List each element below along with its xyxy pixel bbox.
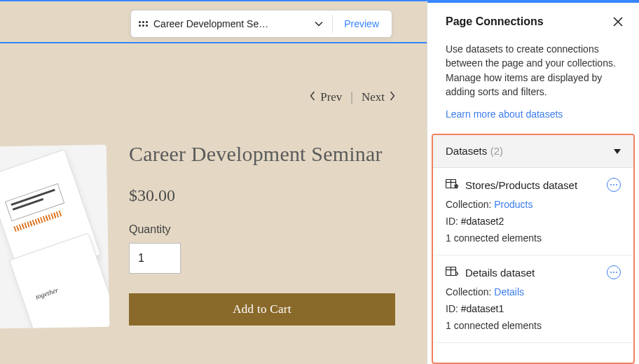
- quantity-input[interactable]: [129, 243, 181, 274]
- dataset-id: #dataset1: [461, 303, 504, 314]
- id-label: ID:: [446, 303, 458, 314]
- drag-handle-icon[interactable]: [138, 21, 148, 27]
- toolbar-page-title[interactable]: Career Development Se…: [153, 18, 314, 29]
- dataset-name: Details dataset: [465, 267, 600, 279]
- prev-button[interactable]: Prev: [309, 90, 342, 104]
- top-accent-border: [0, 42, 427, 43]
- collection-link[interactable]: Details: [494, 286, 524, 298]
- product-card: together Career Development Seminar $30.…: [0, 141, 427, 364]
- dataset-name: Stores/Products dataset: [465, 179, 600, 191]
- add-to-cart-button[interactable]: Add to Cart: [129, 293, 395, 326]
- panel-title: Page Connections: [446, 15, 544, 28]
- close-icon[interactable]: [612, 16, 624, 27]
- dataset-menu-icon[interactable]: [607, 178, 621, 192]
- quantity-label: Quantity: [129, 223, 427, 236]
- product-nav-row: Prev | Next: [309, 90, 396, 104]
- connected-elements: 1 connected elements: [446, 320, 621, 331]
- dataset-item-0[interactable]: Stores/Products dataset Collection: Prod…: [433, 168, 633, 255]
- page-toolbar: Career Development Se… Preview: [130, 10, 392, 38]
- product-title: Career Development Seminar: [129, 141, 427, 167]
- connected-elements: 1 connected elements: [446, 232, 621, 244]
- dataset-id: #dataset2: [461, 216, 504, 227]
- learn-more-link[interactable]: Learn more about datasets: [427, 99, 639, 134]
- chevron-right-icon: [389, 90, 396, 104]
- next-label: Next: [362, 90, 385, 104]
- chevron-left-icon: [309, 90, 316, 104]
- chevron-down-icon[interactable]: [314, 19, 324, 29]
- id-label: ID:: [446, 216, 458, 227]
- section-caret-icon: [614, 149, 621, 154]
- panel-description: Use datasets to create connections betwe…: [427, 38, 639, 99]
- datasets-section-header[interactable]: Datasets (2): [433, 135, 633, 168]
- dataset-icon: [446, 179, 458, 190]
- nav-separator: |: [350, 90, 353, 104]
- dataset-item-1[interactable]: Details dataset Collection: Details ID: …: [433, 255, 633, 343]
- collection-label: Collection:: [446, 199, 491, 210]
- product-info: Career Development Seminar $30.00 Quanti…: [108, 141, 427, 364]
- page-connections-panel: Page Connections Use datasets to create …: [427, 0, 639, 364]
- product-image: together: [0, 145, 109, 329]
- panel-header: Page Connections: [427, 3, 639, 38]
- next-button[interactable]: Next: [362, 90, 396, 104]
- prev-label: Prev: [320, 90, 342, 104]
- toolbar-divider: [332, 15, 333, 33]
- collection-link[interactable]: Products: [494, 199, 532, 210]
- collection-label: Collection:: [446, 286, 491, 298]
- datasets-section-title: Datasets: [446, 145, 487, 157]
- preview-button[interactable]: Preview: [344, 18, 387, 29]
- datasets-section: Datasets (2) Stores/Products dataset Col…: [432, 134, 635, 364]
- datasets-section-count: (2): [490, 145, 503, 157]
- editor-canvas: Career Development Se… Preview Prev | Ne…: [0, 0, 427, 364]
- dataset-icon: [446, 267, 458, 278]
- product-price: $30.00: [129, 186, 427, 205]
- dataset-menu-icon[interactable]: [607, 265, 621, 279]
